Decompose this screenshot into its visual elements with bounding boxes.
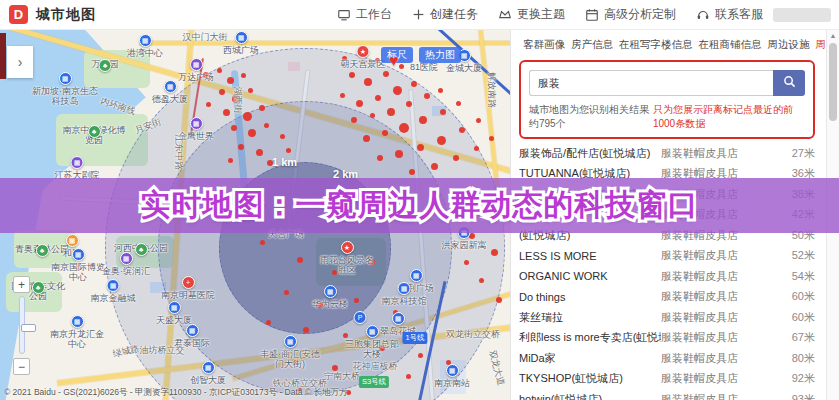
- heat-dot: [437, 136, 446, 145]
- search-input[interactable]: [529, 70, 773, 96]
- map-poi-label: +南京明基医院: [161, 276, 215, 300]
- store-distance: 36米: [773, 166, 815, 181]
- scenic-poi-icon: ★: [357, 45, 370, 58]
- result-row[interactable]: TKYSHOP(虹悦城店)服装鞋帽皮具店92米: [519, 369, 815, 390]
- store-name: hotwin(虹悦城店): [519, 392, 661, 400]
- result-row[interactable]: ORGANIC WORK服装鞋帽皮具店54米: [519, 266, 815, 287]
- tab-5[interactable]: 周边设施: [768, 38, 810, 52]
- mall-poi-icon: ▦: [190, 117, 203, 130]
- tab-2[interactable]: 房产信息: [571, 38, 613, 52]
- heat-dot: [228, 158, 233, 163]
- results-list: 服装饰品/配件店(虹悦城店)服装鞋帽皮具店27米TUTUANNA(虹悦城店)服装…: [519, 143, 815, 400]
- tab-4[interactable]: 在租商铺信息: [699, 38, 762, 52]
- heat-dot: [238, 144, 244, 150]
- tab-3[interactable]: 在租写字楼信息: [619, 38, 693, 52]
- search-button[interactable]: [773, 70, 805, 96]
- menu-item-label: 高级分析定制: [604, 6, 676, 23]
- store-name: 服装饰品/配件店(虹悦城店): [519, 146, 661, 161]
- road-label: 双龙大道: [488, 349, 507, 386]
- heat-dot: [223, 109, 230, 116]
- heat-dot: [440, 109, 446, 115]
- heat-dot: [399, 123, 409, 133]
- menu-item-label: 工作台: [356, 6, 392, 23]
- panel-scrollbar[interactable]: ▲: [826, 30, 839, 400]
- metro-poi-icon: ▦: [324, 285, 337, 298]
- road-label: 湖西街: [233, 87, 243, 114]
- heat-dot: [459, 127, 465, 133]
- tab-1[interactable]: 客群画像: [523, 38, 565, 52]
- metro-poi-icon: ▦: [168, 301, 181, 314]
- scrollbar-thumb[interactable]: [829, 43, 837, 121]
- heat-dot: [219, 89, 225, 95]
- heat-dot: [206, 102, 211, 107]
- ring-label-2km: 2 km: [333, 168, 358, 180]
- metro-poi-icon: ▦: [202, 361, 215, 374]
- user-account-pill[interactable]: [773, 8, 831, 22]
- store-distance: 60米: [773, 310, 815, 325]
- hospital-poi-icon: +: [182, 276, 195, 289]
- result-row[interactable]: 利郎less is more专卖店(虹悦城店)服装鞋帽皮具店67米: [519, 328, 815, 349]
- result-row[interactable]: 莱丝瑞拉服装鞋帽皮具店60米: [519, 307, 815, 328]
- map-poi-label: ▦南京金融城: [91, 279, 136, 303]
- menu-item-2[interactable]: 创建任务: [412, 6, 478, 23]
- collapsed-panel-strip[interactable]: [0, 33, 6, 79]
- menu-item-1[interactable]: 工作台: [337, 6, 392, 23]
- heat-dot: [354, 298, 359, 303]
- scroll-up-icon[interactable]: ▲: [827, 32, 839, 39]
- store-name: (虹悦城店): [519, 228, 661, 243]
- store-distance: 93米: [773, 392, 815, 400]
- metro-poi-icon: ▦: [366, 325, 379, 338]
- park-poi-icon: ♣: [88, 125, 101, 138]
- theme-icon: [498, 8, 512, 22]
- heat-dot: [349, 72, 355, 78]
- result-row[interactable]: TUTUANNA(虹悦城店)服装鞋帽皮具店36米: [519, 164, 815, 185]
- heat-dot: [364, 78, 372, 86]
- store-category: 服装鞋帽皮具店: [661, 187, 773, 202]
- metro-poi-icon: ▦: [392, 312, 405, 325]
- park-poi-icon: ♣: [99, 59, 112, 72]
- heat-dot: [431, 163, 438, 170]
- heat-dot: [363, 135, 370, 142]
- zoom-in-button[interactable]: +: [13, 276, 30, 293]
- road-label: 汉中门大街: [183, 32, 228, 42]
- heatmap-button[interactable]: 热力图: [419, 47, 461, 63]
- park-poi-icon: ♣: [32, 281, 45, 294]
- heat-dot: [259, 105, 265, 111]
- result-row[interactable]: 服装饰品/配件店(虹悦城店)服装鞋帽皮具店27米: [519, 143, 815, 164]
- result-row[interactable]: 服装鞋帽皮具店42米: [519, 205, 815, 226]
- heat-dot: [280, 134, 285, 139]
- menu-item-4[interactable]: 高级分析定制: [585, 6, 676, 23]
- result-row[interactable]: LESS IS MORE服装鞋帽皮具店52米: [519, 246, 815, 267]
- side-panel: 客群画像房产信息在租写字楼信息在租商铺信息周边设施周边搜索 城市地图为您识别相关…: [510, 30, 839, 400]
- heat-dot: [370, 113, 375, 118]
- expand-panel-button[interactable]: ›: [7, 46, 33, 78]
- result-row[interactable]: (虹悦城店)服装鞋帽皮具店50米: [519, 225, 815, 246]
- result-row[interactable]: MiDa家服装鞋帽皮具店80米: [519, 348, 815, 369]
- heat-dot: [487, 203, 492, 208]
- parking-poi-icon: P: [354, 311, 367, 324]
- zoom-slider-thumb[interactable]: [21, 324, 36, 332]
- heat-dot: [395, 150, 403, 158]
- map-poi-label: ▦万达广场: [178, 58, 214, 82]
- map-poi-label: ▦丰盛·商汇(安德门大街): [259, 335, 321, 369]
- heat-dot: [474, 146, 479, 151]
- result-row[interactable]: Do things服装鞋帽皮具店60米: [519, 287, 815, 308]
- heat-dot: [297, 257, 303, 263]
- menu-item-5[interactable]: 联系客服: [696, 6, 763, 23]
- zoom-out-button[interactable]: −: [13, 358, 30, 375]
- menu-item-3[interactable]: 更换主题: [498, 6, 565, 23]
- map-canvas[interactable]: 1 km 2 km ▦港湾中心汉中门大街▦西城广场♣万景园▦万达广场▦新加坡·南…: [0, 30, 510, 400]
- heat-dot: [406, 374, 411, 379]
- metro-poi-icon: ▦: [107, 279, 120, 292]
- metro-line-badge: S3号线: [359, 376, 389, 388]
- app-logo: D: [9, 5, 28, 24]
- result-row[interactable]: hotwin(虹悦城店)服装鞋帽皮具店93米: [519, 389, 815, 400]
- chevron-right-icon: ›: [18, 54, 23, 70]
- heat-dot: [406, 101, 412, 107]
- result-row[interactable]: JACK&JONES(虹悦城店)服装鞋帽皮具店38米: [519, 184, 815, 205]
- store-category: 服装鞋帽皮具店: [661, 166, 773, 181]
- top-menu: 工作台创建任务更换主题高级分析定制联系客服: [337, 6, 763, 23]
- mall-poi-icon: ▦: [71, 156, 84, 169]
- result-count-text: 城市地图为您识别相关结果约795个: [529, 103, 653, 131]
- zoom-slider-track[interactable]: [19, 296, 25, 354]
